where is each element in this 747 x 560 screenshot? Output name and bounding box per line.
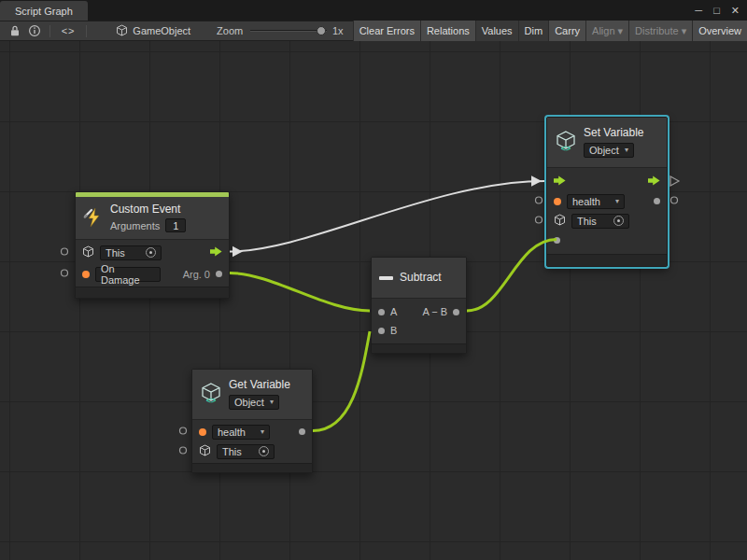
unconnected-flow-indicator[interactable] — [670, 176, 679, 186]
value-out-port[interactable] — [299, 428, 305, 435]
unconnected-port-indicator[interactable] — [180, 427, 187, 434]
chevron-down-icon: ▾ — [270, 398, 274, 406]
info-icon[interactable] — [25, 21, 45, 41]
arg0-out-port[interactable] — [216, 271, 222, 277]
event-name-port[interactable] — [82, 271, 90, 278]
variable-name-port[interactable] — [199, 428, 206, 436]
scope-value: Object — [589, 145, 619, 156]
code-icon[interactable]: <> — [55, 21, 82, 41]
target-object-field[interactable]: This — [100, 245, 162, 260]
object-picker-icon[interactable] — [613, 216, 624, 226]
wire-arg0-to-subtract-a — [230, 273, 370, 312]
zoom-slider[interactable] — [250, 21, 327, 41]
unconnected-port-indicator[interactable] — [671, 197, 678, 203]
wire-getvariable-to-subtract-b — [313, 331, 370, 431]
object-picker-icon[interactable] — [146, 247, 156, 258]
event-name-field[interactable]: On Damage — [95, 267, 161, 282]
graph-toolbar: <> GameObject Zoom 1x Clear Errors Relat… — [0, 21, 747, 41]
subtract-header[interactable]: Subtract — [372, 258, 466, 299]
dim-button[interactable]: Dim — [518, 21, 549, 41]
unconnected-port-indicator[interactable] — [536, 217, 543, 223]
node-set-variable[interactable]: <> Set Variable Object ▾ — [546, 117, 668, 267]
gameobject-type-icon — [82, 245, 94, 259]
variable-icon: <> — [555, 131, 577, 154]
variable-scope-dropdown[interactable]: Object ▾ — [584, 143, 634, 158]
wire-flow-customevent-to-setvariable — [230, 181, 544, 252]
values-button[interactable]: Values — [475, 21, 518, 41]
gameobject-icon — [116, 24, 128, 38]
gameobject-type-icon — [554, 214, 566, 228]
variable-name-port[interactable] — [554, 198, 561, 205]
unconnected-port-indicator[interactable] — [536, 197, 543, 203]
input-a-port[interactable] — [378, 309, 385, 315]
node-custom-event[interactable]: Custom Event Arguments 1 This — [75, 191, 230, 299]
node-footer — [547, 254, 667, 266]
svg-text:<>: <> — [561, 144, 571, 152]
flow-out-port[interactable] — [648, 175, 660, 188]
lock-icon[interactable] — [6, 21, 25, 41]
graph-canvas[interactable]: Custom Event Arguments 1 This — [0, 41, 747, 560]
object-picker-icon[interactable] — [259, 446, 269, 456]
clear-errors-button[interactable]: Clear Errors — [353, 21, 420, 41]
gameobject-field[interactable]: GameObject — [116, 24, 190, 38]
input-b-label: B — [390, 325, 397, 336]
target-value: This — [222, 446, 242, 457]
target-object-field[interactable]: This — [571, 214, 629, 229]
node-get-variable[interactable]: <> Get Variable Object ▾ health ▾ — [191, 369, 313, 473]
tab-bar: Script Graph ─ □ ✕ — [0, 0, 747, 21]
unconnected-port-indicator[interactable] — [180, 447, 187, 454]
node-subtract[interactable]: Subtract A A − B B — [371, 257, 467, 354]
zoom-label: Zoom — [217, 25, 243, 36]
scope-value: Object — [234, 397, 264, 408]
overview-button[interactable]: Overview — [692, 21, 747, 41]
variable-name-value: health — [218, 427, 246, 438]
subtract-icon — [379, 276, 393, 280]
maximize-icon[interactable]: □ — [713, 5, 720, 16]
variable-name-value: health — [572, 196, 600, 207]
custom-event-header[interactable]: Custom Event Arguments 1 — [76, 197, 229, 240]
node-footer — [192, 463, 312, 472]
window-controls: ─ □ ✕ — [695, 0, 740, 21]
flow-wire-start-arrow — [233, 246, 243, 257]
script-graph-window: Script Graph ─ □ ✕ <> GameObject Zoom 1x — [0, 0, 747, 560]
flow-in-port[interactable] — [554, 175, 566, 188]
variable-scope-dropdown[interactable]: Object ▾ — [229, 395, 279, 410]
zoom-slider-knob[interactable] — [317, 26, 326, 35]
wire-subtract-to-setvariable-value — [467, 240, 557, 312]
value-in-port[interactable] — [554, 237, 560, 244]
arguments-count-field[interactable]: 1 — [165, 218, 186, 232]
flow-out-port[interactable] — [210, 246, 222, 259]
output-port[interactable] — [453, 309, 459, 315]
input-b-port[interactable] — [378, 328, 385, 334]
lightning-icon — [83, 207, 104, 230]
close-icon[interactable]: ✕ — [731, 5, 740, 17]
distribute-button[interactable]: Distribute ▾ — [628, 21, 692, 41]
get-variable-header[interactable]: <> Get Variable Object ▾ — [192, 370, 312, 420]
align-button[interactable]: Align ▾ — [585, 21, 628, 41]
unconnected-port-indicator[interactable] — [62, 270, 68, 276]
variable-icon: <> — [200, 383, 222, 406]
chevron-down-icon: ▾ — [615, 197, 619, 205]
chevron-down-icon: ▾ — [625, 146, 628, 154]
chevron-down-icon: ▾ — [261, 427, 264, 436]
arguments-label: Arguments — [110, 220, 160, 231]
node-footer — [76, 287, 229, 298]
toolbar-separator — [86, 25, 87, 37]
minimize-icon[interactable]: ─ — [695, 5, 702, 16]
input-a-label: A — [390, 306, 397, 317]
gameobject-type-icon — [199, 444, 211, 458]
set-variable-header[interactable]: <> Set Variable Object ▾ — [547, 118, 667, 168]
carry-button[interactable]: Carry — [548, 21, 585, 41]
relations-button[interactable]: Relations — [420, 21, 475, 41]
node-title: Subtract — [400, 272, 442, 285]
zoom-slider-track — [250, 30, 327, 32]
target-object-field[interactable]: This — [217, 444, 275, 459]
unconnected-port-indicator[interactable] — [62, 248, 68, 255]
toolbar-buttons: Clear Errors Relations Values Dim Carry … — [353, 21, 747, 41]
variable-name-dropdown[interactable]: health ▾ — [212, 425, 270, 440]
variable-name-dropdown[interactable]: health ▾ — [567, 194, 625, 209]
event-name-value: On Damage — [101, 263, 155, 286]
target-value: This — [577, 216, 597, 227]
value-out-port[interactable] — [654, 198, 660, 204]
tab-script-graph[interactable]: Script Graph — [0, 1, 88, 21]
